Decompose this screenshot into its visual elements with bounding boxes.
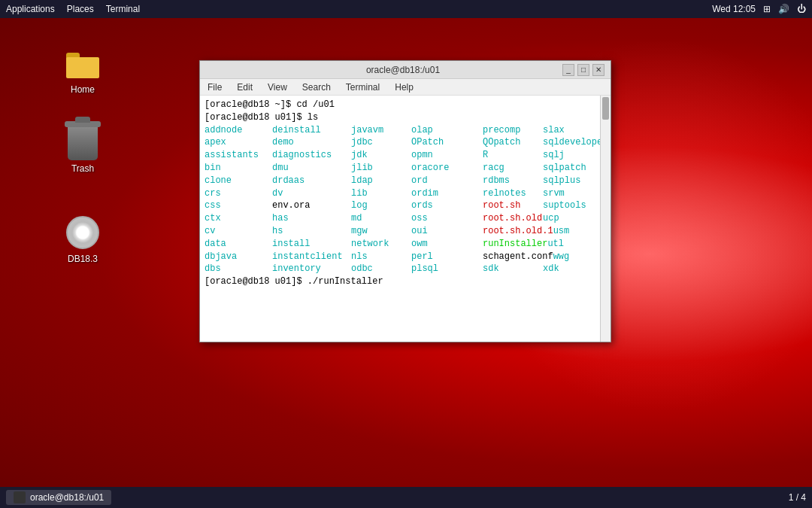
ls-cell: plsql — [411, 263, 483, 275]
ls-cell: env.ora — [272, 199, 351, 212]
ls-cell: mgw — [351, 225, 411, 238]
menu-search[interactable]: Search — [298, 81, 335, 94]
menu-file[interactable]: File — [203, 81, 226, 94]
ls-row-2: apex demo jdbc OPatch QOpatch sqldevelop… — [205, 136, 595, 149]
ls-cell: hs — [272, 225, 351, 238]
ls-cell: jdbc — [351, 136, 411, 149]
ls-cell: sqlj — [543, 149, 565, 162]
terminal-menu[interactable]: Terminal — [106, 4, 140, 14]
maximize-button[interactable]: □ — [577, 64, 589, 76]
ls-row-1: addnode deinstall javavm olap precomp sl… — [205, 124, 595, 137]
ls-cell: jdk — [351, 149, 411, 162]
terminal-text[interactable]: [oracle@db18 ~]$ cd /u01 [oracle@db18 u0… — [200, 96, 600, 342]
ls-cell: javavm — [351, 124, 411, 137]
ls-cell: install — [272, 238, 351, 251]
ls-cell: usm — [553, 225, 570, 238]
terminal-titlebar: oracle@db18:/u01 _ □ ✕ — [200, 61, 611, 79]
ls-cell: rdbms — [483, 175, 543, 187]
ls-row-3: assistants diagnostics jdk opmn R sqlj — [205, 149, 595, 162]
page-indicator: 1 / 4 — [789, 492, 806, 503]
cd-icon-graphic — [66, 216, 99, 249]
menu-view[interactable]: View — [263, 81, 292, 94]
ls-cell: dv — [272, 187, 351, 200]
ls-cell: schagent.conf — [483, 251, 553, 263]
bottom-taskbar: oracle@db18:/u01 1 / 4 — [0, 487, 812, 508]
terminal-menubar: File Edit View Search Terminal Help — [200, 79, 611, 96]
ls-cell: utl — [547, 238, 564, 251]
volume-icon[interactable]: 🔊 — [778, 4, 789, 14]
top-bar-right: Wed 12:05 ⊞ 🔊 ⏻ — [712, 4, 806, 14]
terminal-title: oracle@db18:/u01 — [244, 65, 562, 75]
ls-cell: data — [205, 238, 272, 251]
ls-cell: xdk — [543, 263, 559, 275]
ls-row-5: clone drdaas ldap ord rdbms sqlplus — [205, 175, 595, 187]
ls-cell: deinstall — [272, 124, 351, 137]
cmd-line-3: [oracle@db18 u01]$ ./runInstaller — [205, 275, 595, 288]
db18-desktop-icon[interactable]: DB18.3 — [53, 214, 113, 264]
datetime-display: Wed 12:05 — [712, 4, 756, 14]
ls-cell: ldap — [351, 175, 411, 187]
terminal-content[interactable]: [oracle@db18 ~]$ cd /u01 [oracle@db18 u0… — [200, 96, 611, 342]
ls-cell-root-sh-old1: root.sh.old.1 — [483, 225, 553, 238]
ls-cell: racg — [483, 162, 543, 175]
minimize-button[interactable]: _ — [562, 64, 574, 76]
menu-edit[interactable]: Edit — [232, 81, 257, 94]
ls-cell: demo — [272, 136, 351, 149]
ls-cell: ord — [411, 175, 483, 187]
ls-cell: apex — [205, 136, 272, 149]
trash-icon-label: Trash — [71, 163, 94, 174]
ls-cell: precomp — [483, 124, 543, 137]
ls-cell: addnode — [205, 124, 272, 137]
db18-icon-label: DB18.3 — [68, 254, 98, 264]
home-desktop-icon[interactable]: Home — [53, 45, 113, 95]
network-icon[interactable]: ⊞ — [763, 4, 771, 14]
home-folder-icon — [65, 45, 101, 81]
ls-cell: inventory — [272, 263, 351, 275]
ls-cell: drdaas — [272, 175, 351, 187]
top-bar: Applications Places Terminal Wed 12:05 ⊞… — [0, 0, 812, 18]
ls-cell: dbs — [205, 263, 272, 275]
places-menu[interactable]: Places — [67, 4, 94, 14]
ls-cell: owm — [411, 238, 483, 251]
ls-cell: instantclient — [272, 251, 351, 263]
ls-cell: QOpatch — [483, 136, 543, 149]
power-icon[interactable]: ⏻ — [797, 4, 806, 14]
menu-help[interactable]: Help — [390, 81, 418, 94]
ls-cell: perl — [411, 251, 483, 263]
terminal-window: oracle@db18:/u01 _ □ ✕ File Edit View Se… — [199, 60, 611, 342]
ls-row-6: crs dv lib ordim relnotes srvm — [205, 187, 595, 200]
close-button[interactable]: ✕ — [592, 64, 604, 76]
ls-row-4: bin dmu jlib oracore racg sqlpatch — [205, 162, 595, 175]
cmd-line-1: [oracle@db18 ~]$ cd /u01 — [205, 99, 595, 111]
ls-row-12: dbs inventory odbc plsql sdk xdk — [205, 263, 595, 275]
ls-row-7: css env.ora log ords root.sh suptools — [205, 199, 595, 212]
desktop: Applications Places Terminal Wed 12:05 ⊞… — [0, 0, 812, 508]
task-label: oracle@db18:/u01 — [30, 492, 104, 503]
ls-cell-root-sh-old: root.sh.old — [483, 212, 543, 225]
ls-cell: slax — [543, 124, 565, 137]
ls-row-11: dbjava instantclient nls perl schagent.c… — [205, 251, 595, 263]
ls-row-8: ctx has md oss root.sh.old ucp — [205, 212, 595, 225]
menu-terminal[interactable]: Terminal — [341, 81, 384, 94]
ls-cell: wwg — [553, 251, 570, 263]
ls-cell: log — [351, 199, 411, 212]
ls-cell: opmn — [411, 149, 483, 162]
terminal-controls: _ □ ✕ — [562, 64, 604, 76]
ls-cell-runinstaller: runInstaller — [483, 238, 547, 251]
ls-cell: oui — [411, 225, 483, 238]
scrollbar-thumb[interactable] — [602, 97, 609, 120]
ls-cell: olap — [411, 124, 483, 137]
ls-cell: oracore — [411, 162, 483, 175]
ls-cell: oss — [411, 212, 483, 225]
ls-cell: sqlpatch — [543, 162, 586, 175]
ls-cell: dmu — [272, 162, 351, 175]
terminal-scrollbar[interactable] — [600, 96, 611, 342]
ls-cell: ctx — [205, 212, 272, 225]
home-icon-label: Home — [71, 84, 95, 95]
ls-cell: sqlplus — [543, 175, 580, 187]
applications-menu[interactable]: Applications — [6, 4, 55, 14]
trash-desktop-icon[interactable]: Trash — [53, 124, 113, 174]
cmd-line-2: [oracle@db18 u01]$ ls — [205, 111, 595, 124]
ls-cell: ucp — [543, 212, 559, 225]
taskbar-terminal-task[interactable]: oracle@db18:/u01 — [6, 490, 111, 505]
